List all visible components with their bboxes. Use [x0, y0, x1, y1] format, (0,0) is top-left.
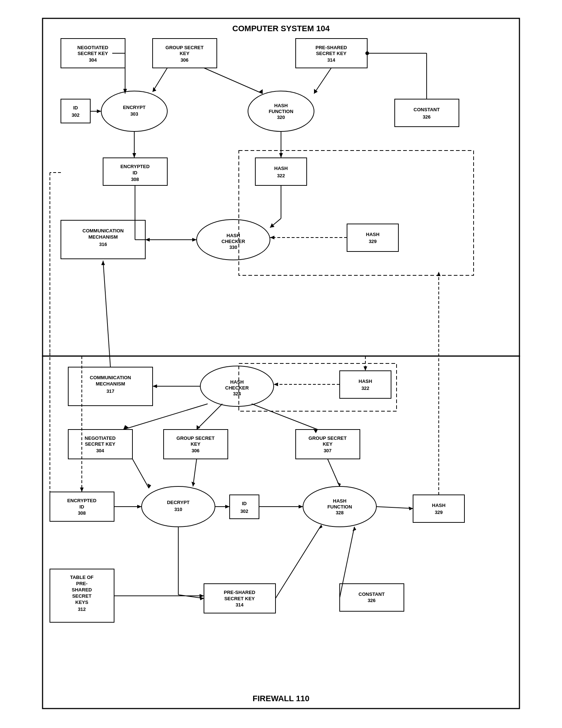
svg-text:CONSTANT: CONSTANT — [413, 107, 439, 112]
svg-text:303: 303 — [130, 111, 138, 117]
svg-text:FUNCTION: FUNCTION — [327, 504, 352, 510]
constant-326-top-box — [395, 99, 459, 127]
svg-text:SECRET KEY: SECRET KEY — [85, 441, 115, 447]
svg-text:SHARED: SHARED — [72, 587, 92, 593]
svg-text:KEY: KEY — [180, 51, 190, 56]
svg-text:304: 304 — [89, 57, 97, 63]
svg-text:HASH: HASH — [366, 232, 380, 237]
svg-text:314: 314 — [236, 602, 244, 608]
svg-text:310: 310 — [174, 507, 182, 512]
svg-text:COMMUNICATION: COMMUNICATION — [83, 228, 124, 233]
svg-text:ID: ID — [133, 170, 138, 175]
svg-text:ID: ID — [242, 501, 247, 506]
svg-text:KEYS: KEYS — [75, 600, 88, 605]
svg-text:ENCRYPTED: ENCRYPTED — [67, 498, 96, 503]
svg-text:317: 317 — [106, 388, 114, 394]
svg-text:306: 306 — [191, 448, 200, 453]
svg-text:PRE-SHARED: PRE-SHARED — [315, 45, 347, 50]
svg-text:DECRYPT: DECRYPT — [167, 500, 190, 505]
svg-text:HASH: HASH — [333, 498, 347, 504]
hash-329-top-box — [347, 224, 398, 251]
svg-text:322: 322 — [361, 385, 369, 391]
svg-text:330: 330 — [229, 245, 237, 250]
svg-text:NEGOTIATED: NEGOTIATED — [85, 435, 116, 441]
svg-text:HASH: HASH — [432, 503, 446, 508]
svg-text:320: 320 — [277, 115, 285, 120]
svg-text:HASH: HASH — [274, 166, 288, 171]
svg-text:ID: ID — [80, 504, 84, 510]
svg-text:324: 324 — [233, 391, 241, 396]
id-302-bottom-box — [230, 495, 259, 519]
svg-text:SECRET KEY: SECRET KEY — [224, 596, 255, 601]
svg-text:GROUP SECRET: GROUP SECRET — [176, 435, 215, 441]
svg-text:326: 326 — [423, 114, 431, 120]
hash-322-top-box — [255, 158, 307, 185]
svg-text:ENCRYPT: ENCRYPT — [123, 105, 146, 110]
svg-text:KEY: KEY — [323, 441, 333, 447]
svg-text:NEGOTIATED: NEGOTIATED — [77, 45, 108, 50]
computer-system-title: COMPUTER SYSTEM 104 — [232, 24, 330, 33]
svg-text:CHECKER: CHECKER — [225, 385, 249, 391]
svg-text:329: 329 — [369, 239, 377, 244]
svg-text:HASH: HASH — [274, 103, 288, 108]
svg-text:MECHANISM: MECHANISM — [88, 234, 118, 240]
hash-322-bottom-box — [340, 371, 391, 398]
svg-point-42 — [365, 51, 369, 55]
svg-text:SECRET KEY: SECRET KEY — [316, 51, 346, 56]
svg-text:329: 329 — [435, 510, 443, 515]
svg-text:SECRET KEY: SECRET KEY — [77, 51, 108, 56]
svg-text:316: 316 — [99, 242, 107, 247]
svg-text:312: 312 — [78, 606, 86, 612]
svg-text:PRE-: PRE- — [76, 581, 87, 586]
svg-text:GROUP SECRET: GROUP SECRET — [165, 45, 204, 50]
svg-text:HASH: HASH — [359, 379, 372, 384]
svg-text:306: 306 — [180, 57, 189, 63]
svg-text:FUNCTION: FUNCTION — [269, 109, 293, 114]
svg-text:HASH: HASH — [227, 233, 240, 238]
svg-text:307: 307 — [324, 448, 332, 453]
svg-text:GROUP SECRET: GROUP SECRET — [309, 435, 347, 441]
svg-text:ID: ID — [73, 105, 78, 111]
svg-text:304: 304 — [96, 448, 104, 453]
svg-text:326: 326 — [368, 598, 376, 603]
svg-text:308: 308 — [78, 510, 86, 516]
diagram-svg: COMPUTER SYSTEM 104 NEGOTIATED SECRET KE… — [39, 15, 523, 720]
svg-text:308: 308 — [131, 177, 139, 182]
page: COMPUTER SYSTEM 104 NEGOTIATED SECRET KE… — [24, 0, 538, 728]
svg-text:314: 314 — [327, 57, 335, 63]
svg-text:ENCRYPTED: ENCRYPTED — [120, 164, 150, 169]
svg-text:COMMUNICATION: COMMUNICATION — [90, 375, 131, 380]
hash-329-bottom-box — [413, 495, 464, 522]
svg-text:CHECKER: CHECKER — [222, 239, 245, 244]
svg-text:322: 322 — [277, 173, 285, 178]
svg-rect-61 — [43, 356, 519, 709]
svg-text:CONSTANT: CONSTANT — [358, 591, 384, 597]
svg-text:302: 302 — [240, 508, 248, 514]
svg-text:SECRET: SECRET — [72, 593, 92, 599]
svg-text:HASH: HASH — [230, 379, 244, 385]
svg-text:KEY: KEY — [191, 441, 201, 447]
firewall-title: FIREWALL 110 — [253, 694, 310, 703]
svg-text:PRE-SHARED: PRE-SHARED — [224, 590, 255, 595]
id-302-box — [61, 99, 90, 123]
svg-text:302: 302 — [72, 112, 80, 118]
svg-text:TABLE OF: TABLE OF — [70, 575, 94, 580]
svg-text:MECHANISM: MECHANISM — [96, 381, 125, 387]
svg-text:328: 328 — [336, 510, 344, 515]
